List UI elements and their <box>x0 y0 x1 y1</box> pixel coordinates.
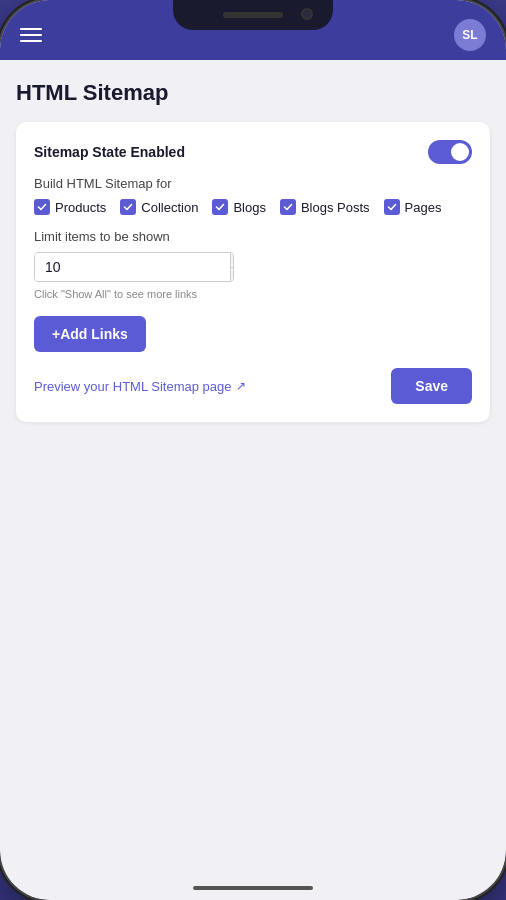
phone-camera <box>301 8 313 20</box>
spinner-down-button[interactable]: ▼ <box>231 268 234 282</box>
settings-card: Sitemap State Enabled Build HTML Sitemap… <box>16 122 490 422</box>
checkbox-products-box[interactable] <box>34 199 50 215</box>
content-area: HTML Sitemap Sitemap State Enabled Build… <box>0 60 506 900</box>
hamburger-icon[interactable] <box>20 28 42 42</box>
checkbox-products-label: Products <box>55 200 106 215</box>
spinner-up-button[interactable]: ▲ <box>231 253 234 268</box>
bottom-row: Preview your HTML Sitemap page ↗ Save <box>34 368 472 404</box>
phone-home-bar <box>193 886 313 890</box>
spinner-buttons: ▲ ▼ <box>230 253 234 281</box>
checkbox-blogs-posts-box[interactable] <box>280 199 296 215</box>
save-button[interactable]: Save <box>391 368 472 404</box>
preview-link-text: Preview your HTML Sitemap page <box>34 379 232 394</box>
page-title: HTML Sitemap <box>16 80 490 106</box>
external-link-icon: ↗ <box>236 379 246 393</box>
checkbox-blogs-label: Blogs <box>233 200 266 215</box>
checkbox-collection-label: Collection <box>141 200 198 215</box>
checkbox-blogs-posts-label: Blogs Posts <box>301 200 370 215</box>
phone-screen: SL HTML Sitemap Sitemap State Enabled Bu… <box>0 0 506 900</box>
add-links-button[interactable]: +Add Links <box>34 316 146 352</box>
checkbox-products[interactable]: Products <box>34 199 106 215</box>
sitemap-state-toggle[interactable] <box>428 140 472 164</box>
limit-label: Limit items to be shown <box>34 229 472 244</box>
checkbox-collection-box[interactable] <box>120 199 136 215</box>
build-for-label: Build HTML Sitemap for <box>34 176 472 191</box>
checkbox-pages-label: Pages <box>405 200 442 215</box>
checkbox-pages[interactable]: Pages <box>384 199 442 215</box>
toggle-label: Sitemap State Enabled <box>34 144 185 160</box>
phone-speaker <box>223 12 283 18</box>
checkbox-blogs-posts[interactable]: Blogs Posts <box>280 199 370 215</box>
checkbox-row: Products Collection <box>34 199 472 215</box>
checkbox-pages-box[interactable] <box>384 199 400 215</box>
phone-frame: SL HTML Sitemap Sitemap State Enabled Bu… <box>0 0 506 900</box>
limit-input[interactable] <box>35 253 230 281</box>
avatar[interactable]: SL <box>454 19 486 51</box>
checkbox-blogs[interactable]: Blogs <box>212 199 266 215</box>
checkbox-collection[interactable]: Collection <box>120 199 198 215</box>
checkbox-blogs-box[interactable] <box>212 199 228 215</box>
toggle-row: Sitemap State Enabled <box>34 140 472 164</box>
preview-link[interactable]: Preview your HTML Sitemap page ↗ <box>34 379 246 394</box>
limit-input-wrapper: ▲ ▼ <box>34 252 234 282</box>
hint-text: Click "Show All" to see more links <box>34 288 472 300</box>
